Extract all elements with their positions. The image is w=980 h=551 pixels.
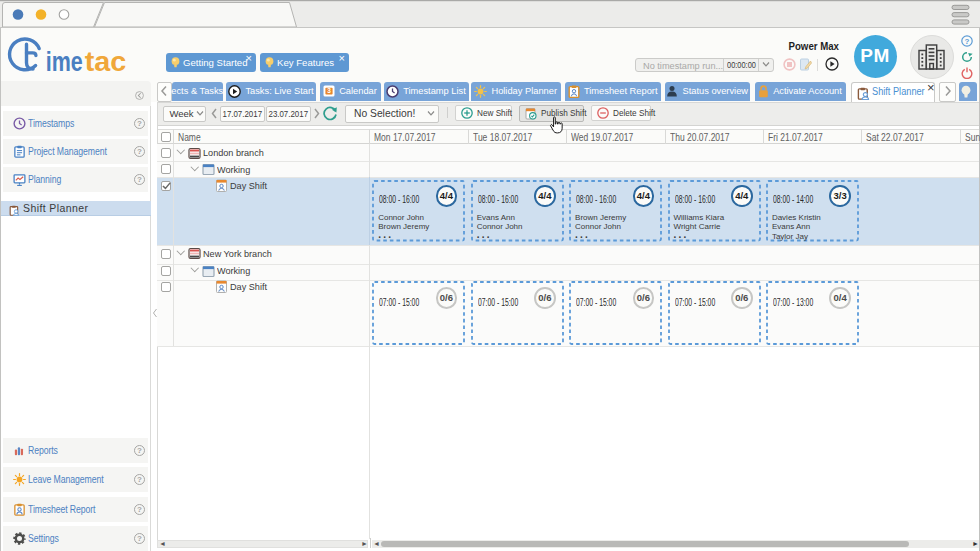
svg-text:3: 3: [327, 87, 331, 94]
svg-text:?: ?: [965, 36, 970, 45]
svg-text:tac: tac: [85, 45, 127, 76]
svg-text:ime: ime: [46, 45, 83, 76]
